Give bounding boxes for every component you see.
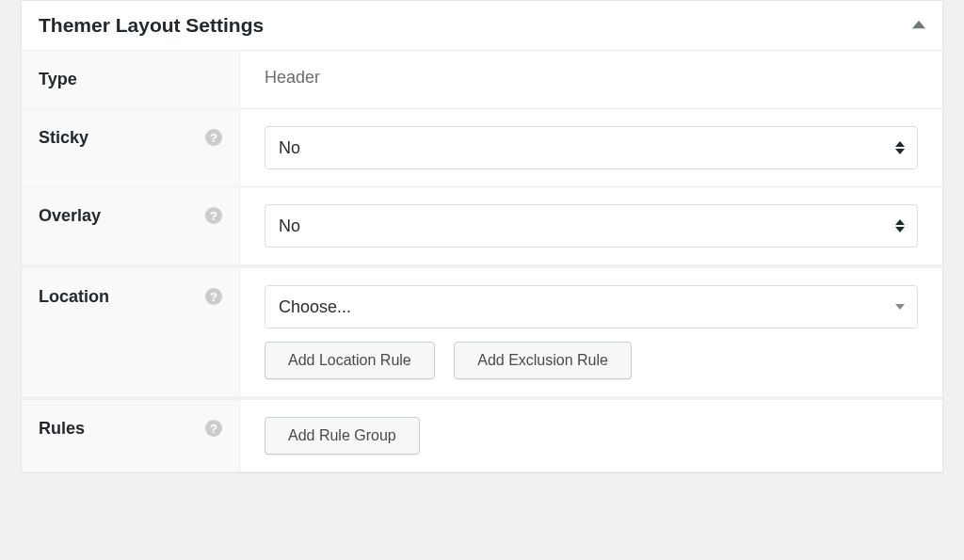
row-type-content: Header (240, 51, 942, 108)
row-overlay-content: No (240, 187, 942, 264)
type-value: Header (265, 68, 320, 87)
row-sticky-label: Sticky (39, 126, 88, 150)
row-sticky-content: No (240, 109, 942, 186)
row-rules-content: Add Rule Group (240, 400, 942, 472)
add-exclusion-rule-button[interactable]: Add Exclusion Rule (454, 342, 632, 379)
row-type: Type Header (22, 51, 942, 109)
collapse-toggle-icon[interactable] (912, 18, 925, 34)
help-icon[interactable]: ? (205, 207, 222, 224)
help-icon[interactable]: ? (205, 420, 222, 437)
help-icon[interactable]: ? (205, 288, 222, 305)
help-icon[interactable]: ? (205, 129, 222, 146)
panel-header[interactable]: Themer Layout Settings (22, 1, 942, 51)
row-overlay: Overlay ? No (22, 187, 942, 268)
location-select-wrap: Choose... (265, 285, 918, 328)
row-sticky-label-cell: Sticky ? (22, 109, 240, 186)
themer-layout-settings-panel: Themer Layout Settings Type Header Stick… (21, 0, 943, 473)
panel-title: Themer Layout Settings (39, 14, 264, 37)
row-sticky: Sticky ? No (22, 109, 942, 187)
row-location: Location ? Choose... Add Location Rule A… (22, 268, 942, 400)
overlay-select-wrap: No (265, 204, 918, 248)
row-overlay-label-cell: Overlay ? (22, 187, 240, 264)
row-rules-label: Rules (39, 417, 85, 440)
row-type-label-cell: Type (22, 51, 240, 108)
row-type-label: Type (39, 68, 77, 91)
add-location-rule-button[interactable]: Add Location Rule (265, 342, 435, 379)
row-location-label: Location (39, 285, 109, 309)
row-overlay-label: Overlay (39, 204, 101, 228)
row-location-content: Choose... Add Location Rule Add Exclusio… (240, 268, 942, 396)
sticky-select[interactable]: No (265, 126, 918, 169)
overlay-select[interactable]: No (265, 204, 918, 248)
row-rules-label-cell: Rules ? (22, 400, 240, 472)
svg-marker-0 (912, 20, 925, 27)
sticky-select-wrap: No (265, 126, 918, 169)
row-rules: Rules ? Add Rule Group (22, 400, 942, 472)
add-rule-group-button[interactable]: Add Rule Group (265, 417, 420, 455)
location-select[interactable]: Choose... (265, 285, 918, 328)
row-location-label-cell: Location ? (22, 268, 240, 396)
